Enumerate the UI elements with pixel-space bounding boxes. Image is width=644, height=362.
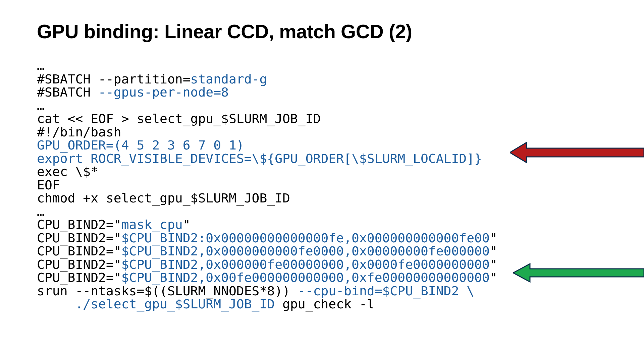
- code-line: CPU_BIND2="$CPU_BIND2,0x00fe000000000000…: [37, 270, 497, 285]
- code-line: …: [37, 98, 45, 113]
- slide: GPU binding: Linear CCD, match GCD (2) ……: [0, 0, 644, 362]
- red-arrow-icon: [510, 141, 644, 164]
- code-line: ./select_gpu_$SLURM_JOB_ID gpu_check -l: [37, 297, 375, 311]
- svg-marker-1: [513, 264, 644, 282]
- code-line: …: [37, 204, 45, 219]
- code-line: CPU_BIND2="$CPU_BIND2,0x000000fe00000000…: [37, 257, 497, 272]
- svg-marker-0: [510, 142, 644, 163]
- code-line: exec \$*: [37, 164, 98, 179]
- code-line: EOF: [37, 178, 60, 192]
- code-line: CPU_BIND2="mask_cpu": [37, 217, 191, 232]
- code-line: CPU_BIND2="$CPU_BIND2:0x00000000000000fe…: [37, 231, 497, 245]
- code-line: CPU_BIND2="$CPU_BIND2,0x0000000000fe0000…: [37, 244, 497, 258]
- green-arrow-icon: [513, 263, 644, 283]
- code-line: #SBATCH --partition=standard-g: [37, 72, 267, 86]
- slide-title: GPU binding: Linear CCD, match GCD (2): [37, 20, 610, 43]
- code-line: srun --ntasks=$((SLURM_NNODES*8)) --cpu-…: [37, 284, 474, 298]
- code-line: chmod +x select_gpu_$SLURM_JOB_ID: [37, 191, 290, 205]
- code-line: #!/bin/bash: [37, 125, 121, 139]
- code-line: #SBATCH --gpus-per-node=8: [37, 85, 229, 100]
- code-line: export ROCR_VISIBLE_DEVICES=\${GPU_ORDER…: [37, 151, 482, 166]
- code-line: cat << EOF > select_gpu_$SLURM_JOB_ID: [37, 111, 321, 126]
- code-line: …: [37, 58, 45, 73]
- code-line: GPU_ORDER=(4 5 2 3 6 7 0 1): [37, 138, 244, 153]
